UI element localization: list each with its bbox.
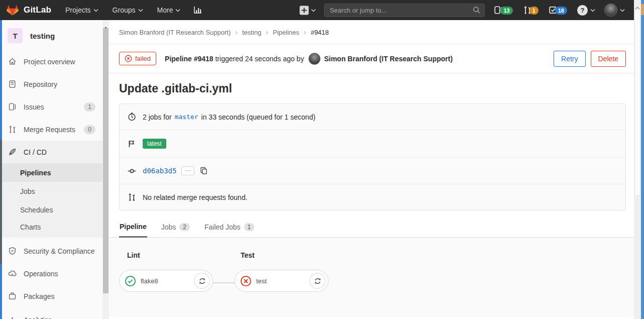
- stage-lint: Lint flake8: [119, 238, 213, 292]
- help-icon: ?: [577, 5, 588, 16]
- sidebar-item-operations[interactable]: Operations: [2, 262, 102, 285]
- help-menu[interactable]: ?: [577, 5, 595, 16]
- nav-more[interactable]: More: [157, 6, 181, 14]
- project-header[interactable]: T testing: [2, 20, 102, 50]
- nav-projects[interactable]: Projects: [65, 6, 98, 14]
- pipeline-triggered-text: Pipeline #9418 triggered 24 seconds ago …: [165, 55, 304, 63]
- todos-counter[interactable]: 18: [549, 6, 567, 15]
- chevron-down-icon: [620, 9, 625, 12]
- author-name[interactable]: Simon Branford (IT Research Support): [324, 55, 453, 63]
- tab-failed-jobs[interactable]: Failed Jobs 1: [204, 220, 255, 238]
- pipeline-tabs: Pipeline Jobs 2 Failed Jobs 1: [109, 220, 634, 238]
- user-menu[interactable]: [604, 4, 625, 17]
- refresh-icon: [198, 277, 206, 285]
- sidebar-item-cicd[interactable]: CI / CD: [2, 141, 102, 163]
- document-icon: [8, 80, 17, 88]
- breadcrumb-pipelines[interactable]: Pipelines: [273, 29, 299, 36]
- breadcrumb-separator: ›: [235, 28, 238, 36]
- edge-scrollbar-marker[interactable]: [641, 4, 644, 15]
- search-input[interactable]: [324, 4, 485, 17]
- commit-sha-row: d06ab3d5 ···: [120, 157, 625, 184]
- sidebar-item-label: Repository: [24, 80, 57, 88]
- job-name: flake8: [141, 277, 194, 285]
- sidebar-subitem-schedules[interactable]: Schedules: [2, 200, 102, 219]
- new-menu-button[interactable]: [299, 6, 316, 15]
- edge-scrollbar-track[interactable]: [641, 0, 644, 319]
- copy-icon[interactable]: [200, 167, 207, 175]
- pipeline-info-box: 2 jobs for master in 33 seconds (queued …: [119, 103, 626, 210]
- job-flake8[interactable]: flake8: [119, 270, 213, 292]
- retry-job-button[interactable]: [194, 273, 210, 289]
- triggered-text: triggered 24 seconds ago by: [215, 55, 304, 63]
- sidebar-subitem-charts[interactable]: Charts: [2, 219, 102, 238]
- activity-chart-icon[interactable]: [193, 6, 202, 14]
- job-test[interactable]: test: [235, 270, 329, 292]
- top-navbar: GitLab Projects Groups More: [0, 0, 634, 20]
- retry-job-button[interactable]: [309, 273, 326, 289]
- home-icon: [8, 57, 17, 66]
- issues-counter[interactable]: 13: [494, 6, 512, 15]
- nav-projects-label: Projects: [65, 6, 91, 14]
- branch-link[interactable]: master: [175, 113, 198, 121]
- analytics-icon: [8, 315, 17, 319]
- sidebar-subitem-jobs[interactable]: Jobs: [2, 182, 102, 200]
- brand-name[interactable]: GitLab: [24, 5, 51, 15]
- sidebar-item-analytics[interactable]: Analytics: [2, 308, 102, 319]
- sidebar-subitem-label: Jobs: [20, 187, 35, 195]
- sidebar-item-issues[interactable]: Issues 1: [2, 95, 102, 118]
- expand-commit-button[interactable]: ···: [181, 166, 194, 175]
- jobs-duration-row: 2 jobs for master in 33 seconds (queued …: [120, 104, 625, 130]
- gitlab-logo-icon[interactable]: [6, 4, 19, 16]
- header-buttons: Retry Delete: [554, 51, 626, 67]
- breadcrumb-project[interactable]: testing: [242, 29, 261, 36]
- issues-badge: 1: [84, 102, 95, 112]
- duration-text: in 33 seconds (queued for 1 second): [201, 113, 315, 121]
- sidebar-item-packages[interactable]: Packages: [2, 285, 102, 307]
- sidebar-subitem-label: Schedules: [20, 206, 53, 214]
- tab-label: Jobs: [161, 223, 176, 231]
- tab-label: Pipeline: [120, 223, 147, 231]
- latest-badge[interactable]: latest: [143, 139, 166, 149]
- merge-requests-counter[interactable]: 1: [523, 6, 539, 15]
- status-label: failed: [135, 55, 151, 62]
- chevron-down-icon: [93, 9, 98, 12]
- sidebar-item-label: Analytics: [24, 316, 52, 319]
- retry-button[interactable]: Retry: [554, 51, 585, 67]
- mr-count-badge: 1: [529, 7, 539, 15]
- author-avatar[interactable]: [308, 53, 320, 65]
- sidebar-scrollbar-thumb[interactable]: [103, 28, 109, 293]
- nav-groups[interactable]: Groups: [113, 6, 143, 14]
- success-check-icon: [125, 275, 136, 287]
- tab-jobs[interactable]: Jobs 2: [161, 220, 190, 238]
- sidebar-item-label: Project overview: [24, 58, 75, 66]
- main-scrollbar-track[interactable]: [634, 0, 641, 319]
- main-scrollbar-thumb[interactable]: [634, 9, 640, 196]
- related-mr-row: No related merge requests found.: [120, 184, 625, 210]
- pipeline-id: Pipeline #9418: [165, 55, 213, 63]
- delete-button[interactable]: Delete: [591, 51, 626, 67]
- sidebar-scrollbar-track[interactable]: [102, 20, 109, 319]
- nav-more-label: More: [157, 6, 173, 14]
- sidebar-item-repository[interactable]: Repository: [2, 73, 102, 95]
- chevron-down-icon: [590, 9, 595, 12]
- commit-sha-link[interactable]: d06ab3d5: [143, 167, 176, 175]
- project-sidebar: T testing Project overview Repository Is…: [2, 20, 102, 319]
- pipeline-status-badge[interactable]: failed: [119, 52, 156, 65]
- chevron-down-icon: [311, 9, 316, 12]
- sidebar-item-merge-requests[interactable]: Merge Requests 0: [2, 118, 102, 141]
- sidebar-item-security-compliance[interactable]: Security & Compliance: [2, 240, 102, 262]
- sidebar-subitem-pipelines[interactable]: Pipelines: [2, 163, 102, 182]
- sidebar-item-project-overview[interactable]: Project overview: [2, 50, 102, 73]
- issues-icon: [8, 102, 17, 111]
- breadcrumb-namespace[interactable]: Simon Branford (IT Research Support): [119, 29, 231, 36]
- sidebar-subitem-label: Charts: [20, 223, 41, 231]
- project-avatar: T: [8, 28, 23, 43]
- breadcrumb-separator: ›: [266, 28, 268, 36]
- chevron-down-icon: [138, 9, 143, 12]
- mr-badge: 0: [84, 125, 95, 134]
- divider: [109, 73, 634, 73]
- cicd-feather-icon: [8, 148, 17, 156]
- jobs-count-text: 2 jobs for: [143, 113, 172, 121]
- tab-pipeline[interactable]: Pipeline: [119, 220, 147, 238]
- sidebar-subitem-label: Pipelines: [20, 169, 51, 177]
